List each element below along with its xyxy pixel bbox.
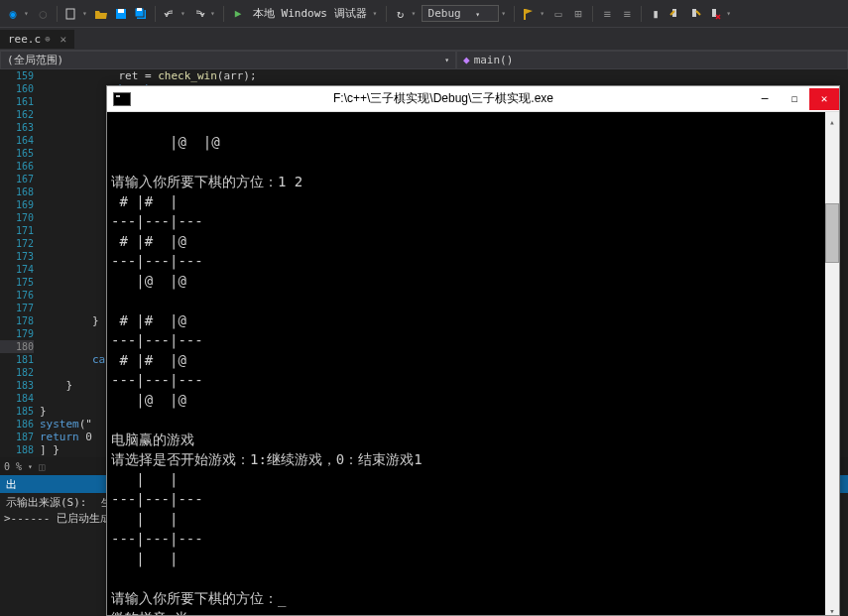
splitter-icon[interactable]: ◫ [39, 461, 45, 472]
zoom-level[interactable]: 0 % [4, 461, 22, 472]
dropdown-icon[interactable]: ▾ [28, 462, 33, 471]
nav-forward-icon[interactable]: ◯ [34, 5, 52, 23]
console-title: F:\c++\三子棋实现\Debug\三子棋实现.exe [137, 90, 750, 107]
maximize-button[interactable]: ☐ [780, 88, 809, 110]
tab-label: ree.c [8, 33, 41, 46]
scope-combo[interactable]: (全局范围)▾ [0, 51, 456, 69]
separator [386, 6, 387, 22]
svg-rect-2 [118, 9, 124, 13]
dropdown-icon[interactable]: ▾ [412, 9, 420, 18]
pin-icon[interactable]: ⊕ [45, 34, 50, 44]
dropdown-icon[interactable]: ▾ [82, 9, 90, 18]
open-file-icon[interactable] [92, 5, 110, 23]
bookmark-clear-icon[interactable] [706, 5, 724, 23]
file-tab[interactable]: ree.c ⊕ ✕ [0, 30, 74, 49]
line-gutter: 1591601611621631641651661671681691701711… [0, 69, 40, 479]
svg-rect-8 [692, 9, 696, 17]
folder-icon[interactable]: ▭ [549, 5, 567, 23]
tab-bar: ree.c ⊕ ✕ [0, 28, 848, 50]
config-combo[interactable]: Debug ▾ [422, 5, 500, 22]
new-file-icon[interactable] [62, 5, 80, 23]
svg-rect-9 [712, 9, 716, 17]
output-source-label: 示输出来源(S): [6, 496, 87, 509]
minimize-button[interactable]: ─ [750, 88, 780, 110]
save-all-icon[interactable] [132, 5, 150, 23]
dropdown-icon[interactable]: ▾ [540, 9, 547, 18]
dropdown-icon[interactable]: ▾ [373, 9, 381, 18]
console-titlebar[interactable]: F:\c++\三子棋实现\Debug\三子棋实现.exe ─ ☐ ✕ [107, 86, 839, 112]
main-toolbar: ◉ ▾ ◯ ▾ ▾ ▾ ▶ 本地 Windows 调试器 ▾ ↻ ▾ Debug… [0, 0, 848, 28]
function-combo[interactable]: ◆ main() [456, 51, 848, 69]
scroll-up-icon[interactable]: ▴ [825, 112, 839, 126]
dropdown-icon[interactable]: ▾ [181, 9, 188, 18]
outdent-icon[interactable]: ≡ [598, 5, 616, 23]
redo-icon[interactable] [190, 5, 208, 23]
close-icon[interactable]: ✕ [61, 33, 67, 46]
svg-rect-5 [137, 8, 142, 11]
nav-back-icon[interactable]: ◉ [4, 5, 22, 23]
console-output[interactable]: |@ |@ 请输入你所要下棋的方位：1 2 # |# | ---|---|---… [107, 112, 839, 615]
undo-icon[interactable] [161, 5, 179, 23]
dropdown-icon[interactable]: ▾ [210, 9, 218, 18]
dropdown-icon[interactable]: ▾ [501, 9, 509, 18]
indent-icon[interactable]: ≡ [618, 5, 636, 23]
dropdown-icon[interactable]: ▾ [726, 9, 734, 18]
separator [223, 6, 224, 22]
scroll-down-icon[interactable]: ▾ [825, 601, 839, 615]
function-icon: ◆ [463, 54, 470, 66]
flag-icon[interactable] [520, 5, 538, 23]
nav-bar: (全局范围)▾ ◆ main() [0, 50, 848, 69]
console-icon [113, 92, 131, 106]
bookmark-prev-icon[interactable] [666, 5, 684, 23]
play-icon[interactable]: ▶ [229, 5, 247, 23]
separator [514, 6, 515, 22]
separator [155, 6, 156, 22]
dropdown-icon[interactable]: ▾ [24, 9, 32, 18]
separator [592, 6, 593, 22]
scroll-thumb[interactable] [825, 203, 839, 263]
bookmark-next-icon[interactable] [686, 5, 704, 23]
save-icon[interactable] [112, 5, 130, 23]
bookmark-icon[interactable]: ▮ [647, 5, 665, 23]
run-target-label[interactable]: 本地 Windows 调试器 [253, 6, 367, 21]
close-button[interactable]: ✕ [809, 88, 839, 110]
svg-rect-6 [524, 9, 526, 20]
comment-icon[interactable]: ⊞ [569, 5, 587, 23]
console-window: F:\c++\三子棋实现\Debug\三子棋实现.exe ─ ☐ ✕ |@ |@… [106, 85, 840, 616]
svg-rect-0 [66, 9, 74, 19]
scrollbar[interactable]: ▴ ▾ [825, 112, 839, 615]
refresh-icon[interactable]: ↻ [392, 5, 410, 23]
separator [57, 6, 58, 22]
separator [641, 6, 642, 22]
